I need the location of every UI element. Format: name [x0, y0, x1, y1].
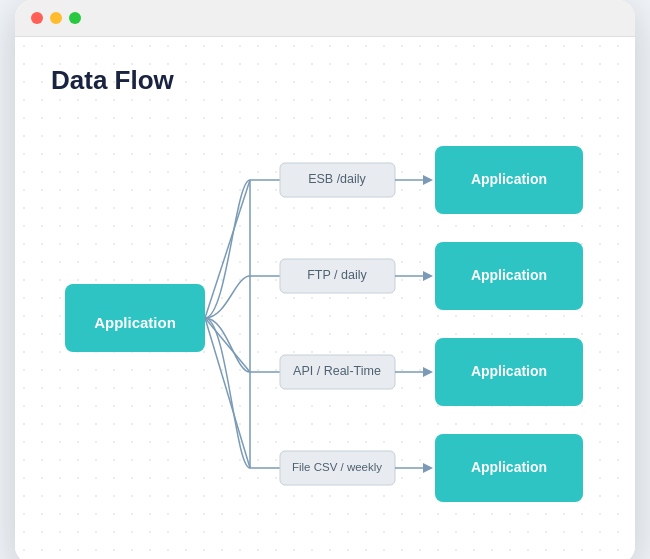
- svg-marker-19: [423, 367, 433, 377]
- flow-diagram: Application: [51, 128, 599, 528]
- svg-marker-11: [423, 175, 433, 185]
- browser-window: Data Flow Application: [15, 0, 635, 559]
- svg-marker-23: [423, 463, 433, 473]
- target-node-1: Application: [471, 171, 547, 187]
- browser-content: Data Flow Application: [15, 37, 635, 559]
- source-node-label: Application: [94, 314, 176, 331]
- dot-green: [69, 12, 81, 24]
- dot-red: [31, 12, 43, 24]
- titlebar: [15, 0, 635, 37]
- label-api: API / Real-Time: [293, 364, 381, 378]
- page-title: Data Flow: [51, 65, 599, 96]
- label-csv: File CSV / weekly: [292, 461, 382, 473]
- svg-marker-15: [423, 271, 433, 281]
- dot-yellow: [50, 12, 62, 24]
- svg-line-5: [205, 318, 250, 372]
- target-node-2: Application: [471, 267, 547, 283]
- label-esb: ESB /daily: [308, 172, 366, 186]
- diagram-svg: Application: [55, 128, 595, 528]
- svg-line-2: [205, 180, 250, 318]
- target-node-3: Application: [471, 363, 547, 379]
- target-node-4: Application: [471, 459, 547, 475]
- label-ftp: FTP / daily: [307, 268, 367, 282]
